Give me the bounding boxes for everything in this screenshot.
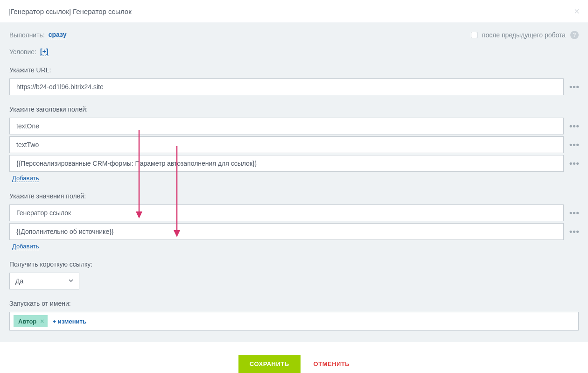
save-button[interactable]: СОХРАНИТЬ xyxy=(238,355,301,373)
runas-tag-label: Автор xyxy=(18,318,36,325)
more-icon[interactable]: ••• xyxy=(569,159,579,168)
add-value-link[interactable]: Добавить xyxy=(12,243,39,250)
add-header-link[interactable]: Добавить xyxy=(12,175,39,182)
condition-label: Условие: xyxy=(9,48,36,56)
close-icon[interactable]: × xyxy=(574,7,580,16)
condition-add-link[interactable]: [+] xyxy=(40,48,49,56)
execute-label: Выполнить: xyxy=(9,31,45,39)
plus-icon: + xyxy=(52,318,57,325)
more-icon[interactable]: ••• xyxy=(569,122,579,130)
help-icon[interactable]: ? xyxy=(570,31,579,39)
cancel-button[interactable]: ОТМЕНИТЬ xyxy=(314,360,350,367)
value-input-0[interactable] xyxy=(9,204,564,221)
more-icon[interactable]: ••• xyxy=(569,227,579,236)
more-icon[interactable]: ••• xyxy=(569,209,579,217)
url-label: Укажите URL: xyxy=(9,66,579,74)
headers-label: Укажите заголовки полей: xyxy=(9,106,579,113)
values-label: Укажите значения полей: xyxy=(9,192,579,200)
shortlink-label: Получить короткую ссылку: xyxy=(9,260,579,268)
shortlink-select[interactable]: Да xyxy=(9,273,79,289)
runas-change-link[interactable]: + изменить xyxy=(52,318,86,325)
dialog-title: [Генератор ссылок] Генератор ссылок xyxy=(8,7,132,15)
tag-remove-icon[interactable]: × xyxy=(40,317,44,325)
after-previous-checkbox[interactable] xyxy=(471,32,477,38)
url-input[interactable] xyxy=(9,78,564,95)
header-input-1[interactable] xyxy=(9,136,564,153)
execute-value-link[interactable]: сразу xyxy=(49,31,67,39)
more-icon[interactable]: ••• xyxy=(569,141,579,149)
header-input-2[interactable] xyxy=(9,155,564,172)
more-icon[interactable]: ••• xyxy=(569,83,579,91)
header-input-0[interactable] xyxy=(9,118,564,134)
value-input-1[interactable] xyxy=(9,223,564,240)
runas-tag: Автор × xyxy=(14,315,48,327)
runas-field[interactable]: Автор × + изменить xyxy=(9,312,579,331)
after-previous-label: после предыдущего робота xyxy=(482,31,566,39)
runas-label: Запускать от имени: xyxy=(9,300,579,307)
